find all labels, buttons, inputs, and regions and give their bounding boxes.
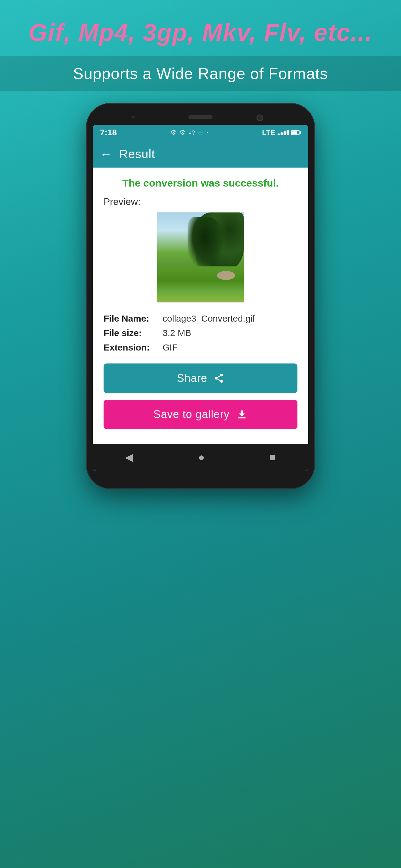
- extension-label: Extension:: [104, 342, 158, 352]
- nav-back-button[interactable]: ◀: [125, 451, 133, 464]
- battery-icon: [291, 130, 301, 135]
- lte-label: LTE: [262, 128, 275, 137]
- save-label: Save to gallery: [153, 408, 229, 421]
- save-to-gallery-button[interactable]: Save to gallery: [104, 400, 297, 429]
- nav-bar: ◀ ● ■: [93, 444, 308, 471]
- phone-mockup: 7:18 ⚙ ⚙ ▿? ▭ • LTE: [86, 103, 315, 489]
- download-icon: [236, 408, 248, 421]
- phone-speaker: [189, 115, 212, 119]
- file-name-value: collage3_Converted.gif: [163, 313, 255, 324]
- preview-label: Preview:: [104, 196, 297, 207]
- dot-icon: •: [207, 130, 209, 135]
- file-info: File Name: collage3_Converted.gif File s…: [104, 313, 297, 352]
- app-toolbar: ← Result: [93, 141, 308, 167]
- svg-point-2: [220, 380, 223, 383]
- success-message: The conversion was successful.: [104, 177, 297, 189]
- wifi-icon: ▿?: [189, 129, 195, 136]
- screen-title: Result: [119, 147, 155, 161]
- preview-image-container: [104, 212, 297, 303]
- status-bar: 7:18 ⚙ ⚙ ▿? ▭ • LTE: [93, 125, 308, 141]
- phone-dot: [132, 116, 135, 119]
- phone-screen: 7:18 ⚙ ⚙ ▿? ▭ • LTE: [93, 125, 308, 471]
- back-button[interactable]: ←: [100, 147, 112, 161]
- buttons-section: Share Save to gallery: [104, 364, 297, 434]
- file-size-label: File size:: [104, 328, 158, 338]
- nav-recent-button[interactable]: ■: [269, 451, 276, 464]
- nav-home-button[interactable]: ●: [198, 451, 205, 464]
- file-name-label: File Name:: [104, 313, 158, 324]
- app-title: Gif, Mp4, 3gp, Mkv, Flv, etc...: [18, 18, 383, 47]
- status-time: 7:18: [100, 128, 117, 137]
- share-icon: [213, 373, 224, 384]
- svg-point-0: [220, 374, 223, 376]
- phone-camera: [257, 115, 263, 121]
- subtitle-text: Supports a Wide Range of Formats: [73, 65, 328, 82]
- svg-rect-5: [237, 417, 246, 418]
- gear-icon-1: ⚙: [170, 129, 176, 136]
- screen-content: The conversion was successful. Preview: …: [93, 167, 308, 444]
- extension-row: Extension: GIF: [104, 342, 297, 352]
- signal-bars: [277, 130, 289, 135]
- file-name-row: File Name: collage3_Converted.gif: [104, 313, 297, 324]
- subtitle-bar: Supports a Wide Range of Formats: [0, 56, 401, 91]
- gear-icon-2: ⚙: [179, 129, 186, 136]
- svg-line-3: [217, 379, 220, 381]
- svg-line-4: [217, 376, 220, 378]
- share-button[interactable]: Share: [104, 364, 297, 393]
- top-header: Gif, Mp4, 3gp, Mkv, Flv, etc...: [0, 0, 401, 56]
- status-icons: ⚙ ⚙ ▿? ▭ •: [170, 129, 208, 136]
- file-size-row: File size: 3.2 MB: [104, 328, 297, 338]
- share-label: Share: [177, 372, 207, 384]
- preview-image: [157, 212, 244, 303]
- extension-value: GIF: [163, 342, 178, 352]
- file-size-value: 3.2 MB: [163, 328, 191, 338]
- svg-point-1: [215, 377, 218, 380]
- sim-icon: ▭: [198, 129, 204, 136]
